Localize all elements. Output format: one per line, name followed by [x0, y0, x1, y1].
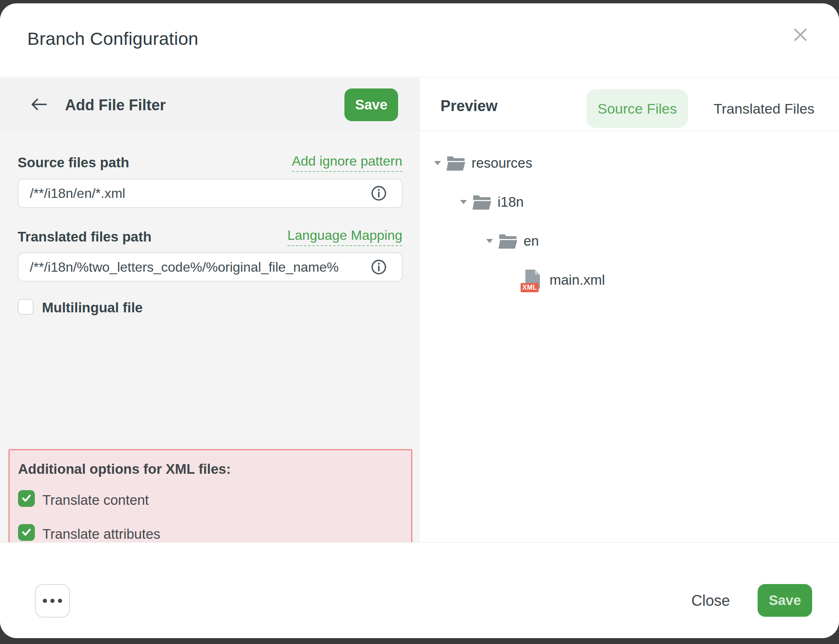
xml-options-heading: Additional options for XML files:	[18, 461, 231, 477]
folder-icon	[472, 193, 491, 211]
source-files-path-label: Source files path	[18, 155, 129, 171]
info-icon[interactable]	[371, 185, 387, 201]
translated-files-path-input[interactable]	[18, 252, 403, 282]
file-tree: resources i18n en	[420, 143, 839, 299]
caret-down-icon[interactable]	[481, 233, 498, 249]
multilingual-file-label: Multilingual file	[42, 300, 143, 316]
tree-item-label: resources	[472, 155, 532, 171]
xml-file-icon: XML	[524, 269, 542, 291]
translated-files-path-label: Translated files path	[18, 229, 151, 245]
tree-item-label: main.xml	[550, 272, 605, 288]
tree-row-i18n[interactable]: i18n	[420, 182, 839, 221]
checkmark-icon	[21, 492, 32, 505]
arrow-left-icon	[30, 106, 47, 113]
page-title: Branch Configuration	[27, 29, 198, 49]
ellipsis-icon	[58, 599, 62, 603]
language-mapping-link[interactable]: Language Mapping	[287, 228, 402, 246]
save-modal-button[interactable]: Save	[758, 584, 812, 617]
tree-item-label: en	[524, 233, 539, 249]
info-icon[interactable]	[371, 259, 387, 275]
folder-icon	[498, 232, 517, 250]
panel-title: Add File Filter	[65, 96, 166, 114]
multilingual-file-checkbox[interactable]	[18, 299, 34, 315]
tree-row-resources[interactable]: resources	[420, 143, 839, 182]
add-ignore-pattern-link[interactable]: Add ignore pattern	[292, 153, 402, 172]
ellipsis-icon	[50, 599, 55, 603]
more-options-button[interactable]	[35, 584, 70, 618]
preview-title: Preview	[440, 97, 498, 115]
modal-title-bar: Branch Configuration	[0, 3, 839, 78]
translate-content-checkbox[interactable]	[18, 490, 35, 507]
tab-source-files[interactable]: Source Files	[586, 89, 688, 128]
preview-panel: resources i18n en	[420, 132, 839, 542]
file-filter-form: Source files path Add ignore pattern Tra…	[0, 132, 420, 542]
tree-row-main-xml[interactable]: XML main.xml	[420, 260, 839, 299]
tab-translated-files[interactable]: Translated Files	[709, 89, 820, 128]
translate-attributes-label: Translate attributes	[42, 526, 160, 542]
checkmark-icon	[21, 526, 32, 539]
tree-row-en[interactable]: en	[420, 221, 839, 260]
preview-header: Preview Source Files Translated Files	[420, 78, 839, 131]
source-files-path-input[interactable]	[18, 179, 403, 208]
caret-down-icon[interactable]	[429, 155, 446, 171]
caret-down-icon[interactable]	[455, 194, 472, 210]
save-filter-button[interactable]: Save	[344, 88, 398, 121]
translate-attributes-checkbox[interactable]	[18, 524, 35, 541]
translate-content-label: Translate content	[42, 492, 149, 508]
folder-icon	[446, 154, 465, 172]
ellipsis-icon	[43, 599, 47, 603]
xml-badge: XML	[521, 283, 539, 292]
branch-configuration-modal: Branch Configuration Add File Filter Sav…	[0, 3, 839, 638]
close-button[interactable]	[790, 25, 810, 45]
close-modal-button[interactable]: Close	[691, 584, 730, 618]
filter-header: Add File Filter Save	[0, 78, 420, 131]
modal-footer: Close Save	[0, 543, 839, 638]
back-button[interactable]	[29, 97, 48, 112]
sub-header: Add File Filter Save Preview Source File…	[0, 78, 839, 131]
tree-item-label: i18n	[498, 194, 524, 210]
close-icon	[793, 27, 808, 44]
